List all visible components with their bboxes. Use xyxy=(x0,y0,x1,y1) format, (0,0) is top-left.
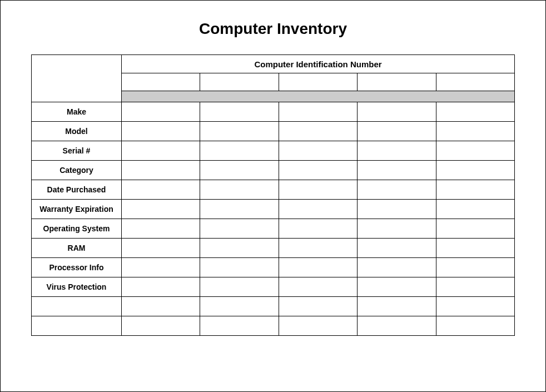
id-cell[interactable] xyxy=(279,73,357,91)
data-cell[interactable] xyxy=(200,102,279,122)
data-cell[interactable] xyxy=(279,219,357,239)
data-cell[interactable] xyxy=(122,239,200,258)
data-cell[interactable] xyxy=(279,316,357,336)
table-row: Operating System xyxy=(32,219,515,239)
data-cell[interactable] xyxy=(200,316,279,336)
data-cell[interactable] xyxy=(436,219,514,239)
row-label-warranty: Warranty Expiration xyxy=(32,200,122,219)
row-label-make: Make xyxy=(32,102,122,122)
table-row: Virus Protection xyxy=(32,277,515,297)
table-row: Serial # xyxy=(32,141,515,161)
data-cell[interactable] xyxy=(358,277,436,297)
data-cell[interactable] xyxy=(200,141,279,161)
data-cell[interactable] xyxy=(122,122,200,141)
data-cell[interactable] xyxy=(436,200,514,219)
row-label-category: Category xyxy=(32,161,122,180)
data-cell[interactable] xyxy=(200,161,279,180)
data-cell[interactable] xyxy=(358,180,436,200)
table-row: Processor Info xyxy=(32,258,515,277)
shaded-band xyxy=(122,91,515,102)
data-cell[interactable] xyxy=(122,161,200,180)
data-cell[interactable] xyxy=(200,219,279,239)
data-cell[interactable] xyxy=(122,316,200,336)
id-cell[interactable] xyxy=(200,73,279,91)
row-label-model: Model xyxy=(32,122,122,141)
data-cell[interactable] xyxy=(279,239,357,258)
data-cell[interactable] xyxy=(122,102,200,122)
data-cell[interactable] xyxy=(358,258,436,277)
data-cell[interactable] xyxy=(122,277,200,297)
id-cell[interactable] xyxy=(122,73,200,91)
data-cell[interactable] xyxy=(358,297,436,316)
data-cell[interactable] xyxy=(122,258,200,277)
data-cell[interactable] xyxy=(358,102,436,122)
data-cell[interactable] xyxy=(279,180,357,200)
data-cell[interactable] xyxy=(279,141,357,161)
data-cell[interactable] xyxy=(122,200,200,219)
data-cell[interactable] xyxy=(200,258,279,277)
data-cell[interactable] xyxy=(436,102,514,122)
data-cell[interactable] xyxy=(436,258,514,277)
data-cell[interactable] xyxy=(436,122,514,141)
data-cell[interactable] xyxy=(279,297,357,316)
data-cell[interactable] xyxy=(200,200,279,219)
row-label-blank xyxy=(32,316,122,336)
data-cell[interactable] xyxy=(122,180,200,200)
row-label-date-purchased: Date Purchased xyxy=(32,180,122,200)
data-cell[interactable] xyxy=(436,180,514,200)
data-cell[interactable] xyxy=(279,258,357,277)
table-row xyxy=(32,297,515,316)
row-label-os: Operating System xyxy=(32,219,122,239)
row-label-virus: Virus Protection xyxy=(32,277,122,297)
data-cell[interactable] xyxy=(436,161,514,180)
table-row: Make xyxy=(32,102,515,122)
data-cell[interactable] xyxy=(122,297,200,316)
table-row: Warranty Expiration xyxy=(32,200,515,219)
data-cell[interactable] xyxy=(279,161,357,180)
row-label-serial: Serial # xyxy=(32,141,122,161)
data-cell[interactable] xyxy=(279,122,357,141)
data-cell[interactable] xyxy=(436,141,514,161)
data-cell[interactable] xyxy=(358,239,436,258)
inventory-table: Computer Identification Number Make Mode… xyxy=(31,54,515,336)
data-cell[interactable] xyxy=(279,200,357,219)
id-cell[interactable] xyxy=(436,73,514,91)
data-cell[interactable] xyxy=(279,102,357,122)
table-row: RAM xyxy=(32,239,515,258)
row-label-blank xyxy=(32,297,122,316)
data-cell[interactable] xyxy=(358,161,436,180)
data-cell[interactable] xyxy=(122,141,200,161)
document-page: Computer Inventory Computer Identificati… xyxy=(0,0,546,392)
data-cell[interactable] xyxy=(358,122,436,141)
data-cell[interactable] xyxy=(122,219,200,239)
data-cell[interactable] xyxy=(436,297,514,316)
data-cell[interactable] xyxy=(436,277,514,297)
header-empty-corner xyxy=(32,55,122,102)
data-cell[interactable] xyxy=(358,141,436,161)
data-cell[interactable] xyxy=(358,316,436,336)
data-cell[interactable] xyxy=(200,122,279,141)
data-cell[interactable] xyxy=(358,200,436,219)
data-cell[interactable] xyxy=(436,316,514,336)
data-cell[interactable] xyxy=(200,239,279,258)
header-row: Computer Identification Number xyxy=(32,55,515,73)
data-cell[interactable] xyxy=(436,239,514,258)
data-cell[interactable] xyxy=(200,277,279,297)
table-row: Model xyxy=(32,122,515,141)
data-cell[interactable] xyxy=(200,297,279,316)
data-cell[interactable] xyxy=(279,277,357,297)
data-cell[interactable] xyxy=(358,219,436,239)
table-row xyxy=(32,316,515,336)
table-row: Date Purchased xyxy=(32,180,515,200)
table-row: Category xyxy=(32,161,515,180)
row-label-ram: RAM xyxy=(32,239,122,258)
row-label-processor: Processor Info xyxy=(32,258,122,277)
id-cell[interactable] xyxy=(358,73,436,91)
data-cell[interactable] xyxy=(200,180,279,200)
page-title: Computer Inventory xyxy=(31,20,515,38)
identification-header: Computer Identification Number xyxy=(122,55,515,73)
